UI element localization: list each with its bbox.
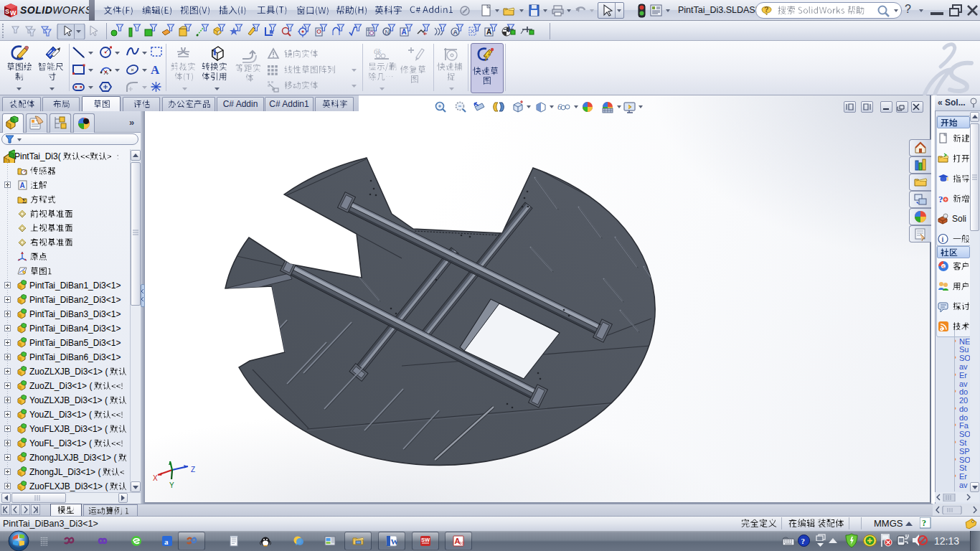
svg-text:A: A [401,28,406,36]
svg-text:N: N [385,29,390,36]
svg-text:A: A [151,63,160,76]
svg-text:10: 10 [459,541,464,545]
svg-text:SW: SW [421,537,430,543]
svg-text:?: ? [922,518,926,528]
svg-text:a: a [164,537,169,546]
svg-text:?: ? [764,6,768,14]
svg-text:i: i [942,235,944,243]
svg-text:Σ: Σ [22,198,26,204]
svg-text:Y: Y [169,481,174,489]
svg-text:S: S [5,8,9,15]
svg-text:W: W [10,9,17,17]
svg-text:A: A [486,28,491,36]
svg-text:W: W [391,537,398,546]
svg-text:X: X [153,474,158,482]
svg-text:Z: Z [191,466,195,474]
svg-text:A: A [453,29,458,36]
svg-text:?: ? [938,194,943,204]
svg-text:?: ? [801,537,806,545]
svg-text:S: S [942,265,945,269]
